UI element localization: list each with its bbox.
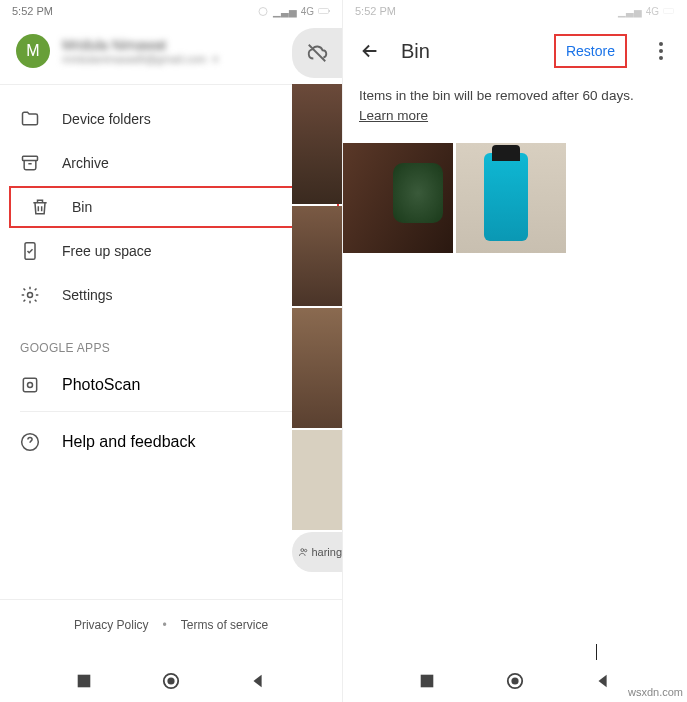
status-icons: ▁▃▅ 4G	[618, 5, 675, 17]
alarm-icon	[257, 5, 269, 17]
bin-title: Bin	[401, 40, 536, 63]
svg-rect-14	[664, 9, 674, 14]
battery-icon	[663, 5, 675, 17]
menu-free-up[interactable]: Free up space	[0, 229, 342, 273]
menu-photoscan[interactable]: PhotoScan	[20, 363, 322, 412]
bin-pane: 5:52 PM ▁▃▅ 4G Bin Restore Items in the …	[343, 0, 687, 702]
bg-thumb	[292, 430, 342, 530]
menu-label: PhotoScan	[62, 376, 140, 394]
status-time: 5:52 PM	[12, 5, 53, 17]
photoscan-icon	[20, 375, 40, 395]
svg-point-17	[511, 677, 518, 684]
svg-rect-3	[23, 156, 38, 160]
profile-text: Mridula Nimawat mridulanimawat8@gmail.co…	[62, 37, 220, 65]
section-google-apps: GOOGLE APPS	[0, 325, 342, 363]
more-dot-icon	[659, 56, 663, 60]
bg-thumb	[292, 84, 342, 204]
restore-button[interactable]: Restore	[556, 36, 625, 66]
nav-bar-left	[0, 660, 342, 702]
archive-icon	[20, 153, 40, 173]
svg-point-11	[167, 677, 174, 684]
menu-archive[interactable]: Archive	[0, 141, 342, 185]
more-dot-icon	[659, 49, 663, 53]
svg-point-5	[28, 293, 33, 298]
menu-label: Free up space	[62, 243, 152, 259]
menu-settings[interactable]: Settings	[0, 273, 342, 317]
bg-thumb	[292, 308, 342, 428]
trash-icon	[30, 197, 50, 217]
svg-rect-9	[77, 675, 90, 688]
svg-rect-2	[329, 10, 330, 12]
chevron-down-icon[interactable]: ▼	[210, 54, 220, 65]
status-bar-left: 5:52 PM ▁▃▅ 4G	[0, 0, 342, 22]
divider	[0, 84, 342, 85]
bin-message: Items in the bin will be removed after 6…	[343, 80, 687, 143]
status-icons: ▁▃▅ 4G	[257, 5, 330, 17]
help-icon	[20, 432, 40, 452]
status-bar-right: 5:52 PM ▁▃▅ 4G	[343, 0, 687, 22]
back-arrow-icon[interactable]	[359, 40, 381, 62]
background-photos-strip: haring	[292, 22, 342, 660]
nav-recent-icon[interactable]	[75, 672, 93, 690]
drawer-pane: 5:52 PM ▁▃▅ 4G M Mridula Nimawat mridula…	[0, 0, 343, 702]
svg-point-13	[304, 549, 306, 551]
profile-row[interactable]: M Mridula Nimawat mridulanimawat8@gmail.…	[0, 22, 342, 80]
menu-label: Help and feedback	[62, 433, 195, 451]
bin-grid	[343, 143, 687, 253]
footer-links: Privacy Policy • Terms of service	[0, 599, 342, 650]
nav-back-icon[interactable]	[594, 672, 612, 690]
svg-rect-15	[421, 675, 434, 688]
menu-label: Bin	[72, 199, 92, 215]
learn-more-link[interactable]: Learn more	[359, 108, 428, 123]
svg-point-7	[28, 383, 33, 388]
more-menu-button[interactable]	[651, 41, 671, 61]
signal-icon: ▁▃▅	[618, 6, 642, 17]
svg-rect-6	[23, 378, 36, 391]
menu-label: Settings	[62, 287, 113, 303]
nav-back-icon[interactable]	[249, 672, 267, 690]
more-dot-icon	[659, 42, 663, 46]
nav-recent-icon[interactable]	[418, 672, 436, 690]
network-label: 4G	[301, 6, 314, 17]
avatar: M	[16, 34, 50, 68]
watermark: wsxdn.com	[628, 686, 683, 698]
gear-icon	[20, 285, 40, 305]
menu-list: Device folders Archive Bin Free up space…	[0, 89, 342, 325]
menu-bin[interactable]: Bin	[10, 187, 338, 227]
terms-link[interactable]: Terms of service	[181, 618, 268, 632]
sharing-pill: haring	[292, 532, 342, 572]
menu-device-folders[interactable]: Device folders	[0, 97, 342, 141]
people-icon	[298, 545, 309, 559]
cloud-off-pill	[292, 28, 342, 78]
signal-icon: ▁▃▅	[273, 6, 297, 17]
menu-label: Archive	[62, 155, 109, 171]
menu-help[interactable]: Help and feedback	[0, 412, 342, 472]
nav-home-icon[interactable]	[506, 672, 524, 690]
footer-dot: •	[163, 618, 167, 632]
svg-point-12	[301, 549, 304, 552]
network-label: 4G	[646, 6, 659, 17]
svg-rect-1	[319, 9, 329, 14]
cloud-off-icon	[306, 42, 328, 64]
profile-email: mridulanimawat8@gmail.com ▼	[62, 53, 220, 65]
bin-photo-thumb[interactable]	[456, 143, 566, 253]
status-time: 5:52 PM	[355, 5, 396, 17]
folder-icon	[20, 109, 40, 129]
svg-point-0	[259, 8, 267, 16]
text-cursor	[596, 644, 597, 660]
bin-photo-thumb[interactable]	[343, 143, 453, 253]
bin-header: Bin Restore	[343, 22, 687, 80]
bg-thumb	[292, 206, 342, 306]
battery-icon	[318, 5, 330, 17]
nav-home-icon[interactable]	[162, 672, 180, 690]
privacy-link[interactable]: Privacy Policy	[74, 618, 149, 632]
phone-check-icon	[20, 241, 40, 261]
profile-name: Mridula Nimawat	[62, 37, 220, 53]
menu-label: Device folders	[62, 111, 151, 127]
